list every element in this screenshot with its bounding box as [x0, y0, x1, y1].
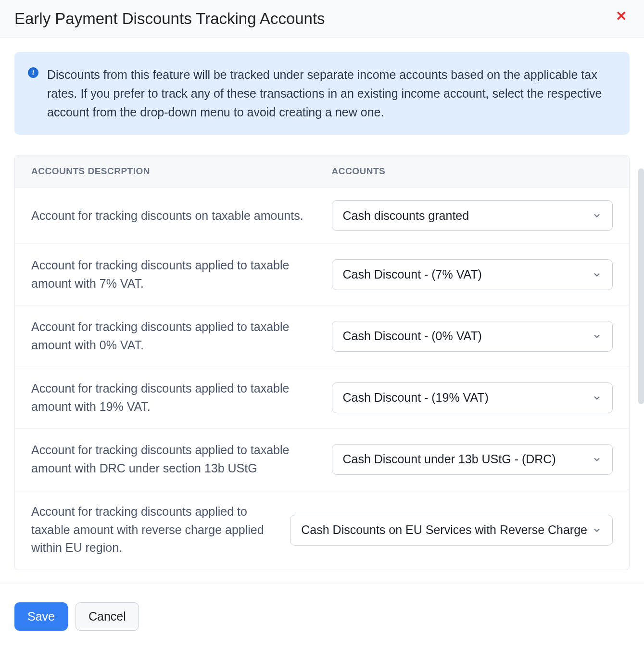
- row-description: Account for tracking discounts applied t…: [31, 318, 313, 354]
- table-header: ACCOUNTS DESCRPTION ACCOUNTS: [15, 155, 629, 187]
- select-value: Cash Discount - (19% VAT): [343, 391, 493, 405]
- table-row: Account for tracking discounts applied t…: [15, 305, 629, 367]
- modal-body: i Discounts from this feature will be tr…: [0, 38, 644, 584]
- row-description: Account for tracking discounts applied t…: [31, 441, 313, 477]
- table-row: Account for tracking discounts applied t…: [15, 243, 629, 305]
- chevron-down-icon: [592, 331, 602, 341]
- chevron-down-icon: [592, 455, 602, 464]
- table-row: Account for tracking discounts applied t…: [15, 428, 629, 490]
- account-select[interactable]: Cash Discount under 13b UStG - (DRC): [332, 444, 613, 475]
- col-description: ACCOUNTS DESCRPTION: [31, 166, 313, 177]
- account-select[interactable]: Cash discounts granted: [332, 200, 613, 231]
- row-description: Account for tracking discounts applied t…: [31, 256, 313, 293]
- table-row: Account for tracking discounts on taxabl…: [15, 187, 629, 243]
- col-accounts: ACCOUNTS: [332, 166, 613, 177]
- info-banner: i Discounts from this feature will be tr…: [14, 52, 630, 135]
- row-description: Account for tracking discounts on taxabl…: [31, 207, 313, 225]
- account-select[interactable]: Cash Discounts on EU Services with Rever…: [290, 515, 613, 546]
- close-icon: ✕: [616, 9, 627, 24]
- select-value: Cash Discounts on EU Services with Rever…: [301, 523, 592, 537]
- account-select[interactable]: Cash Discount - (0% VAT): [332, 321, 613, 352]
- cancel-button[interactable]: Cancel: [76, 602, 139, 631]
- accounts-table: ACCOUNTS DESCRPTION ACCOUNTS Account for…: [14, 155, 630, 570]
- modal-header: Early Payment Discounts Tracking Account…: [0, 0, 644, 38]
- row-description: Account for tracking discounts applied t…: [31, 380, 313, 416]
- chevron-down-icon: [592, 211, 602, 220]
- scrollbar[interactable]: [638, 168, 644, 404]
- modal-footer: Save Cancel: [0, 584, 644, 649]
- chevron-down-icon: [592, 393, 602, 403]
- page-title: Early Payment Discounts Tracking Account…: [14, 10, 325, 28]
- chevron-down-icon: [592, 525, 602, 535]
- info-icon: i: [28, 67, 38, 78]
- close-button[interactable]: ✕: [613, 10, 630, 23]
- table-row: Account for tracking discounts applied t…: [15, 367, 629, 428]
- account-select[interactable]: Cash Discount - (19% VAT): [332, 382, 613, 413]
- row-description: Account for tracking discounts applied t…: [31, 503, 271, 557]
- table-row: Account for tracking discounts applied t…: [15, 490, 629, 570]
- chevron-down-icon: [592, 270, 602, 280]
- info-text: Discounts from this feature will be trac…: [47, 65, 614, 121]
- select-value: Cash discounts granted: [343, 209, 474, 223]
- select-value: Cash Discount - (7% VAT): [343, 267, 487, 281]
- select-value: Cash Discount - (0% VAT): [343, 329, 487, 343]
- select-value: Cash Discount under 13b UStG - (DRC): [343, 452, 561, 466]
- account-select[interactable]: Cash Discount - (7% VAT): [332, 259, 613, 290]
- save-button[interactable]: Save: [14, 602, 68, 631]
